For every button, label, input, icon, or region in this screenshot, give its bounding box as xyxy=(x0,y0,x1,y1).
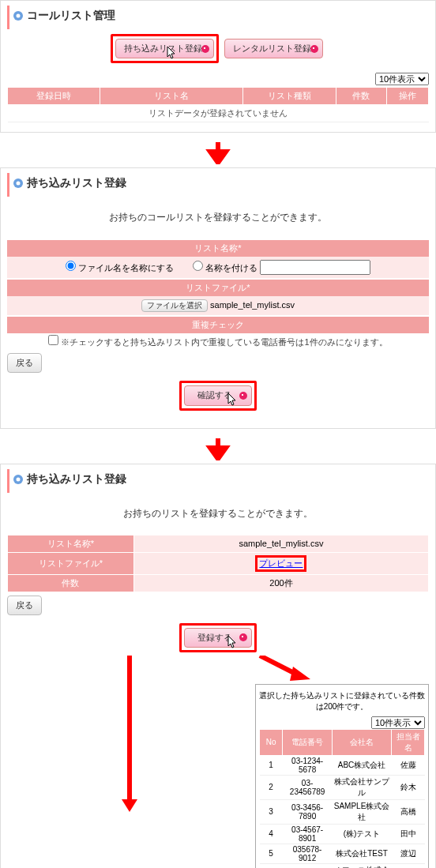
preview-header-row: No 電話番号 会社名 担当者名 xyxy=(260,729,425,755)
confirm-row: 確認する xyxy=(7,376,429,418)
pv-col-tel: 電話番号 xyxy=(283,729,333,755)
preview-cell: 03-3456-7890 xyxy=(283,799,333,824)
import-list-button[interactable]: 持ち込みリスト登録 xyxy=(115,39,214,58)
preview-cell: 株式会社TEST xyxy=(332,844,391,863)
preview-highlight: プレビュー xyxy=(255,555,306,572)
confirm-table: リスト名称* sample_tel_mylist.csv リストファイル* プレ… xyxy=(7,535,429,592)
preview-cell: 鈴木 xyxy=(392,775,425,799)
preview-table: No 電話番号 会社名 担当者名 103-1234-5678ABC株式会社佐藤2… xyxy=(259,729,425,868)
preview-cell: 5 xyxy=(260,844,283,863)
rental-list-button[interactable]: レンタルリスト登録 xyxy=(224,39,323,58)
preview-cell: 伊藤 xyxy=(392,863,425,868)
list-table: 登録日時 リスト名 リスト種類 件数 操作 リストデータが登録されていません xyxy=(7,87,429,122)
rental-button-wrap: レンタルリスト登録 xyxy=(222,36,325,61)
dup-checkbox[interactable] xyxy=(48,335,58,345)
row-file-label: リストファイル* xyxy=(8,552,134,574)
table-header-row: 登録日時 リスト名 リスト種類 件数 操作 xyxy=(8,88,429,105)
svg-point-1 xyxy=(17,14,21,18)
pagesize-select[interactable]: 10件表示 xyxy=(375,73,429,85)
preview-cell: 田中 xyxy=(392,824,425,844)
preview-cell: 0367890123 xyxy=(283,863,333,868)
back-button[interactable]: 戻る xyxy=(7,596,42,615)
preview-msg: 選択した持ち込みリストに登録されている件数は200件です。 xyxy=(259,688,425,716)
dup-row: ※チェックすると持ち込みリスト内で重複している電話番号は1件のみになります。 xyxy=(7,333,429,350)
preview-cell: 2 xyxy=(260,775,283,799)
row-count-val: 200件 xyxy=(133,574,428,592)
preview-cell: 佐藤 xyxy=(392,755,425,775)
preview-row: 5035678-9012株式会社TEST渡辺 xyxy=(260,844,425,863)
preview-popup: 選択した持ち込みリストに登録されている件数は200件です。 10件表示 No 電… xyxy=(255,684,429,868)
preview-cell: 4 xyxy=(260,824,283,844)
preview-cell: ABC株式会社 xyxy=(332,755,391,775)
preview-cell: 株式会社サンプル xyxy=(332,775,391,799)
confirm-highlight: 確認する xyxy=(179,381,257,410)
title-text: 持ち込みリスト登録 xyxy=(27,472,126,487)
confirm-button[interactable]: 確認する xyxy=(184,385,252,405)
rename-radio[interactable]: 名称を付ける xyxy=(193,263,257,272)
preview-link[interactable]: プレビュー xyxy=(259,558,303,568)
import-register-panel-1: 持ち込みリスト登録 お持ちのコールリストを登録することができます。 リスト名称*… xyxy=(0,167,436,428)
preview-pagesize-select[interactable]: 10件表示 xyxy=(371,716,425,729)
empty-row: リストデータが登録されていません xyxy=(8,105,429,122)
page-title: コールリスト管理 xyxy=(7,6,429,29)
preview-row: 60367890123オフィス株式会社伊藤 xyxy=(260,863,425,868)
pv-col-person: 担当者名 xyxy=(392,729,425,755)
svg-point-3 xyxy=(17,182,21,186)
preview-row: 203-23456789株式会社サンプル鈴木 xyxy=(260,775,425,799)
submit-row: 登録する xyxy=(7,618,429,656)
choose-file-button[interactable]: ファイルを選択 xyxy=(141,299,208,312)
preview-cell: 3 xyxy=(260,799,283,824)
preview-row: 403-4567-8901(株)テスト田中 xyxy=(260,824,425,844)
preview-cell: 03-4567-8901 xyxy=(283,824,333,844)
row-name-val: sample_tel_mylist.csv xyxy=(133,535,428,552)
submit-highlight: 登録する xyxy=(179,623,257,652)
preview-cell: 高橋 xyxy=(392,799,425,824)
col-date: 登録日時 xyxy=(8,88,100,105)
title-icon xyxy=(13,474,24,485)
call-list-manage-panel-1: コールリスト管理 持ち込みリスト登録 レンタルリスト登録 10件表示 登録日時 … xyxy=(0,0,436,133)
band-dupcheck: 重複チェック xyxy=(7,317,429,333)
name-option-row: ファイル名を名称にする 名称を付ける xyxy=(7,257,429,278)
title-icon xyxy=(13,10,24,21)
preview-cell: 035678-9012 xyxy=(283,844,333,863)
preview-row: 103-1234-5678ABC株式会社佐藤 xyxy=(260,755,425,775)
row-name-label: リスト名称* xyxy=(8,535,134,552)
col-name: リスト名 xyxy=(100,88,243,105)
preview-cell: 03-23456789 xyxy=(283,775,333,799)
listname-input[interactable] xyxy=(260,260,370,275)
preview-cell: SAMPLE株式会社 xyxy=(332,799,391,824)
submit-button[interactable]: 登録する xyxy=(184,628,252,648)
title-text: コールリスト管理 xyxy=(27,9,115,23)
flow-arrow-diag xyxy=(255,656,429,684)
back-button[interactable]: 戻る xyxy=(7,353,42,373)
preview-cell: 渡辺 xyxy=(392,844,425,863)
preview-cell: 03-1234-5678 xyxy=(283,755,333,775)
pagesize-row: 10件表示 xyxy=(7,71,429,87)
preview-cell: (株)テスト xyxy=(332,824,391,844)
row-file-cell: プレビュー xyxy=(133,552,428,574)
title-icon xyxy=(13,178,24,189)
back-row: 戻る xyxy=(7,592,429,618)
flow-right-col: 選択した持ち込みリストに登録されている件数は200件です。 10件表示 No 電… xyxy=(255,656,429,868)
col-type: リスト種類 xyxy=(243,88,336,105)
band-listfile: リストファイル* xyxy=(7,280,429,296)
flow-arrow-left xyxy=(7,656,252,815)
row-count-label: 件数 xyxy=(8,574,134,592)
use-filename-radio[interactable]: ファイル名を名称にする xyxy=(66,263,174,272)
page-title: 持ち込みリスト登録 xyxy=(7,173,429,197)
button-row: 持ち込みリスト登録 レンタルリスト登録 xyxy=(7,29,429,71)
import-button-highlight: 持ち込みリスト登録 xyxy=(111,34,219,63)
band-listname: リスト名称* xyxy=(7,240,429,257)
flow-arrow-1 xyxy=(0,139,436,167)
preview-cell: 6 xyxy=(260,863,283,868)
title-text: 持ち込みリスト登録 xyxy=(27,176,126,190)
flow-arrow-2 xyxy=(0,435,436,464)
page-title: 持ち込みリスト登録 xyxy=(7,469,429,493)
chosen-filename: sample_tel_mylist.csv xyxy=(210,300,295,310)
pv-col-co: 会社名 xyxy=(332,729,391,755)
dup-note: ※チェックすると持ち込みリスト内で重複している電話番号は1件のみになります。 xyxy=(61,337,387,347)
preview-cell: 1 xyxy=(260,755,283,775)
lead-text: お持ちのコールリストを登録することができます。 xyxy=(7,197,429,239)
preview-cell: オフィス株式会社 xyxy=(332,863,391,868)
file-row: ファイルを選択 sample_tel_mylist.csv xyxy=(7,296,429,315)
